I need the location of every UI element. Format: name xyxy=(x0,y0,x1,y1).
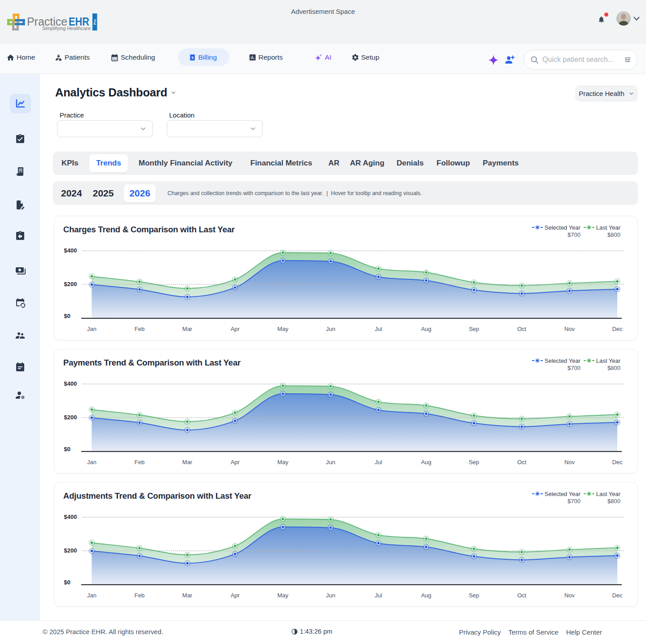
svg-text:Oct: Oct xyxy=(517,326,527,332)
svg-text:Jul: Jul xyxy=(375,326,382,332)
svg-text:Sep: Sep xyxy=(469,459,479,466)
svg-text:Jul: Jul xyxy=(375,459,382,466)
svg-text:Sep: Sep xyxy=(469,592,479,599)
svg-text:Oct: Oct xyxy=(517,459,527,466)
svg-text:$400: $400 xyxy=(64,247,77,254)
svg-text:Jun: Jun xyxy=(326,326,336,332)
svg-text:Mar: Mar xyxy=(182,326,192,332)
svg-text:Apr: Apr xyxy=(231,326,240,332)
svg-text:Jul: Jul xyxy=(375,592,382,599)
svg-text:Apr: Apr xyxy=(231,459,240,466)
svg-text:$400: $400 xyxy=(64,513,77,520)
svg-text:Feb: Feb xyxy=(135,326,144,332)
svg-text:Sep: Sep xyxy=(469,326,479,332)
svg-text:Simplifying Healthcare: Simplifying Healthcare xyxy=(42,26,91,31)
svg-text:Aug: Aug xyxy=(421,592,431,599)
svg-text:Nov: Nov xyxy=(564,459,575,466)
svg-text:Jun: Jun xyxy=(326,459,336,466)
svg-text:$0: $0 xyxy=(64,313,70,319)
svg-text:$200: $200 xyxy=(64,414,77,421)
svg-text:Apr: Apr xyxy=(231,592,240,599)
svg-text:Nov: Nov xyxy=(564,592,575,599)
svg-text:Mar: Mar xyxy=(182,459,192,466)
svg-text:Aug: Aug xyxy=(421,326,431,332)
svg-text:Dec: Dec xyxy=(612,326,623,332)
svg-text:Mar: Mar xyxy=(182,592,192,599)
svg-text:May: May xyxy=(277,459,288,466)
svg-text:$0: $0 xyxy=(64,446,70,453)
svg-text:$400: $400 xyxy=(64,380,77,387)
svg-text:Jun: Jun xyxy=(326,592,336,599)
svg-text:$200: $200 xyxy=(64,281,77,287)
svg-text:Feb: Feb xyxy=(135,592,144,599)
svg-text:May: May xyxy=(277,326,288,332)
svg-text:Jan: Jan xyxy=(87,592,96,599)
svg-text:Dec: Dec xyxy=(612,592,623,599)
svg-text:May: May xyxy=(277,592,288,599)
svg-text:Jan: Jan xyxy=(87,459,96,466)
svg-text:Nov: Nov xyxy=(564,326,575,332)
svg-text:$200: $200 xyxy=(64,547,77,554)
svg-text:Pro: Pro xyxy=(93,19,97,25)
svg-text:Aug: Aug xyxy=(421,459,431,466)
svg-text:$0: $0 xyxy=(64,579,70,586)
svg-text:Dec: Dec xyxy=(612,459,623,466)
svg-text:Jan: Jan xyxy=(87,326,96,332)
svg-text:Feb: Feb xyxy=(135,459,144,466)
svg-text:Oct: Oct xyxy=(517,592,527,599)
